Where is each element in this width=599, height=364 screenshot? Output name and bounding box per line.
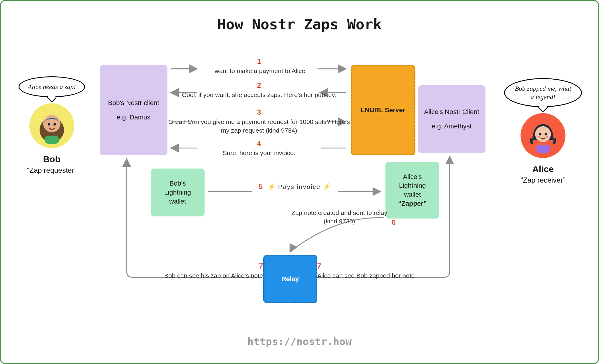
person-icon xyxy=(525,118,561,154)
label: Bob's Nostr client xyxy=(108,98,159,107)
svg-point-23 xyxy=(539,133,541,135)
page-title: How Nostr Zaps Work xyxy=(1,16,598,33)
step-text: Alice can see Bob zapped her note xyxy=(317,272,415,279)
node-bob-client: Bob's Nostr client e.g. Damus xyxy=(100,65,167,155)
step-5: 5 ⚡ Pays invoice ⚡ xyxy=(205,182,385,191)
svg-point-19 xyxy=(48,123,50,125)
step-number: 7 xyxy=(317,261,480,271)
svg-point-26 xyxy=(546,136,548,138)
node-alice-wallet: Alice's Lightning wallet “Zapper” xyxy=(385,162,439,219)
step-text: I want to make a payment to Alice. xyxy=(211,67,307,74)
avatar xyxy=(521,113,565,158)
svg-point-20 xyxy=(53,123,56,125)
l4: “Zapper” xyxy=(398,199,426,208)
step-number: 5 xyxy=(259,182,263,190)
person-icon xyxy=(34,108,70,144)
speech-bubble: Alice needs a zap! xyxy=(19,76,85,97)
svg-rect-21 xyxy=(45,136,59,143)
actor-role: “Zap receiver” xyxy=(504,176,582,184)
label: Relay xyxy=(282,274,299,283)
svg-line-16 xyxy=(290,251,291,252)
node-lnurl-server: LNURL Server xyxy=(351,65,415,155)
step-number: 7 xyxy=(100,261,263,271)
step-number: 2 xyxy=(167,81,351,90)
l2: Lightning xyxy=(399,181,426,190)
svg-point-25 xyxy=(538,136,540,138)
l3: wallet xyxy=(404,190,421,199)
l2: Lightning xyxy=(164,188,191,197)
step-number: 3 xyxy=(167,107,351,117)
step-text: Great! Can you give me a payment request… xyxy=(168,118,350,134)
step-text: ⚡ Pays invoice ⚡ xyxy=(267,183,332,190)
step-3: 3 Great! Can you give me a payment reque… xyxy=(167,107,351,135)
step-text: Sure, here is your invoice. xyxy=(223,149,296,156)
footer-url: https://nostr.how xyxy=(1,336,598,348)
label: Alice's Nostr Client xyxy=(424,107,479,116)
step-2: 2 Cool, if you want, she accepts zaps. H… xyxy=(167,81,351,99)
label: LNURL Server xyxy=(361,106,406,115)
diagram-frame: How Nostr Zaps Work xyxy=(0,0,599,364)
step-text: Zap note created and sent to relay (kind… xyxy=(291,209,387,225)
node-relay: Relay xyxy=(263,255,317,303)
step-6: Zap note created and sent to relay (kind… xyxy=(291,209,387,226)
node-bob-wallet: Bob's Lightning wallet xyxy=(151,169,205,216)
speech-bubble: Bob zapped me, what a legend! xyxy=(504,78,582,107)
actor-alice: Bob zapped me, what a legend! Alice “Zap… xyxy=(504,78,582,184)
actor-bob: Alice needs a zap! Bob “Zap requester” xyxy=(13,76,91,175)
step-number: 1 xyxy=(167,57,351,66)
actor-name: Bob xyxy=(13,154,91,164)
step-text: Cool, if you want, she accepts zaps. Her… xyxy=(182,91,336,98)
step-text: Bob can see his zap on Alice's note xyxy=(164,272,263,279)
step-number: 4 xyxy=(167,139,351,148)
l1: Bob's xyxy=(170,179,186,188)
node-alice-client: Alice's Nostr Client e.g. Amethyst xyxy=(418,85,485,153)
label-sub: e.g. Damus xyxy=(117,113,151,122)
svg-point-24 xyxy=(544,133,547,135)
actor-role: “Zap requester” xyxy=(13,166,91,175)
step-7-left: 7 Bob can see his zap on Alice's note xyxy=(100,261,263,280)
l1: Alice's xyxy=(403,172,422,181)
l3: wallet xyxy=(169,197,186,206)
step-7-right: 7 Alice can see Bob zapped her note xyxy=(317,261,480,280)
svg-rect-27 xyxy=(536,145,550,153)
step-number: 6 xyxy=(392,218,396,227)
actor-name: Alice xyxy=(504,164,582,174)
step-1: 1 I want to make a payment to Alice. xyxy=(167,57,351,75)
svg-point-22 xyxy=(535,126,551,142)
avatar xyxy=(29,103,74,148)
label-sub: e.g. Amethyst xyxy=(432,122,471,131)
step-4: 4 Sure, here is your invoice. xyxy=(167,139,351,157)
